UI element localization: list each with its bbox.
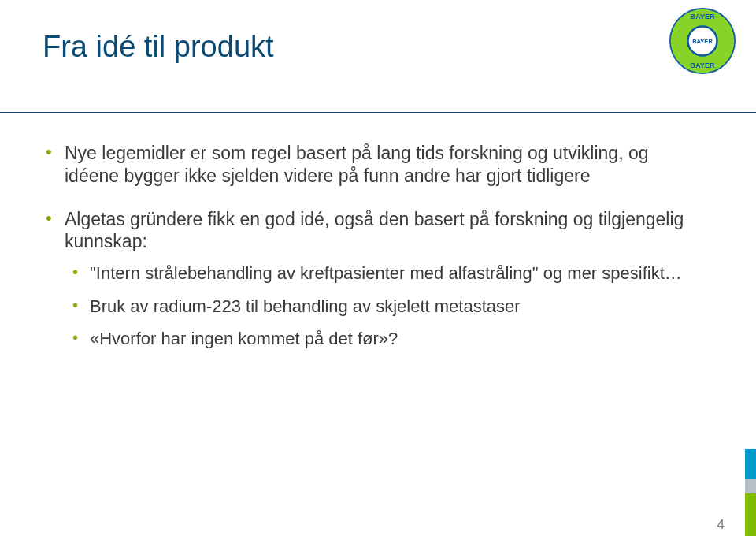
accent-strip-green bbox=[745, 493, 756, 536]
bullet-text: Algetas gründere fikk en god idé, også d… bbox=[65, 209, 684, 252]
page-title: Fra idé til produkt bbox=[43, 30, 274, 64]
slide: Fra idé til produkt BAYER BAYER BAYER Ny… bbox=[0, 0, 756, 547]
bullet-item: Nye legemidler er som regel basert på la… bbox=[43, 142, 688, 188]
bayer-logo: BAYER BAYER BAYER bbox=[669, 8, 736, 74]
sub-bullet-text: Bruk av radium-223 til behandling av skj… bbox=[90, 296, 521, 316]
bullet-item: Algetas gründere fikk en god idé, også d… bbox=[43, 208, 688, 350]
sub-bullet-item: Bruk av radium-223 til behandling av skj… bbox=[65, 296, 688, 318]
bayer-cross-icon: BAYER BAYER BAYER bbox=[669, 8, 736, 74]
accent-strip-gray bbox=[745, 479, 756, 493]
bullet-text: Nye legemidler er som regel basert på la… bbox=[65, 143, 649, 186]
svg-text:BAYER: BAYER bbox=[690, 13, 715, 20]
svg-text:BAYER: BAYER bbox=[692, 38, 713, 45]
accent-strip-blue bbox=[745, 449, 756, 479]
svg-text:BAYER: BAYER bbox=[690, 61, 715, 69]
sub-bullet-text: "Intern strålebehandling av kreftpasient… bbox=[90, 263, 682, 283]
content-area: Nye legemidler er som regel basert på la… bbox=[43, 142, 688, 370]
sub-bullet-item: "Intern strålebehandling av kreftpasient… bbox=[65, 262, 688, 285]
sub-bullet-text: «Hvorfor har ingen kommet på det før»? bbox=[90, 329, 398, 348]
page-number: 4 bbox=[717, 517, 724, 533]
title-divider bbox=[0, 112, 756, 113]
sub-bullet-item: «Hvorfor har ingen kommet på det før»? bbox=[65, 328, 688, 350]
